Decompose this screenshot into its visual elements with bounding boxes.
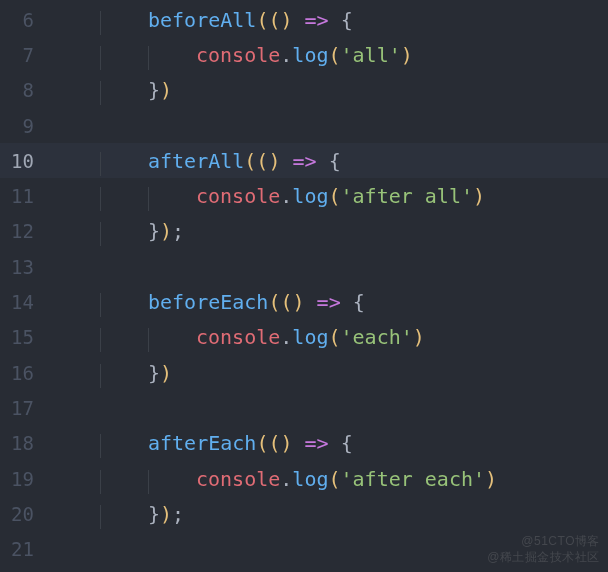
code-content: beforeAll(() => { [60, 8, 353, 32]
indent-guide [100, 152, 101, 176]
token-default [293, 431, 305, 455]
token-obj: console [196, 325, 280, 349]
code-content: }); [60, 219, 184, 243]
code-line[interactable]: 11console.log('after all') [0, 178, 608, 213]
line-number: 14 [0, 291, 60, 313]
token-br: { [341, 431, 353, 455]
token-pn: ) [413, 325, 425, 349]
token-str: 'after all' [341, 184, 473, 208]
code-content: afterAll(() => { [60, 149, 341, 173]
line-number: 11 [0, 185, 60, 207]
line-number: 10 [0, 150, 60, 172]
token-kw: => [305, 8, 329, 32]
token-default [293, 8, 305, 32]
token-dot: . [280, 325, 292, 349]
token-sc: ; [172, 502, 184, 526]
indent-guide [100, 328, 101, 352]
token-dot: . [280, 467, 292, 491]
code-line[interactable]: 17 [0, 390, 608, 425]
code-line[interactable]: 18afterEach(() => { [0, 426, 608, 461]
token-kw: => [305, 431, 329, 455]
token-pn: (() [256, 431, 292, 455]
indent-guide [100, 11, 101, 35]
code-line[interactable]: 12}); [0, 214, 608, 249]
code-line[interactable]: 10afterAll(() => { [0, 143, 608, 178]
token-default [305, 290, 317, 314]
token-default [317, 149, 329, 173]
token-str: 'each' [341, 325, 413, 349]
code-line[interactable]: 7console.log('all') [0, 37, 608, 72]
token-pn: ) [401, 43, 413, 67]
line-number: 9 [0, 115, 60, 137]
code-line[interactable]: 21 [0, 531, 608, 566]
token-obj: console [196, 467, 280, 491]
line-number: 18 [0, 432, 60, 454]
token-sc: ; [172, 219, 184, 243]
token-br: } [148, 78, 160, 102]
token-fn: beforeEach [148, 290, 268, 314]
line-number: 19 [0, 468, 60, 490]
line-number: 6 [0, 9, 60, 31]
code-line[interactable]: 15console.log('each') [0, 320, 608, 355]
token-pn: ) [160, 502, 172, 526]
code-content: }) [60, 78, 172, 102]
code-line[interactable]: 6beforeAll(() => { [0, 2, 608, 37]
token-fn: beforeAll [148, 8, 256, 32]
code-content: console.log('each') [60, 325, 425, 349]
token-met: log [292, 325, 328, 349]
code-line[interactable]: 19console.log('after each') [0, 461, 608, 496]
token-met: log [292, 184, 328, 208]
indent-guide [148, 46, 149, 70]
code-editor[interactable]: 6beforeAll(() => {7console.log('all')8})… [0, 0, 608, 572]
token-pn: (() [256, 8, 292, 32]
indent-guide [100, 222, 101, 246]
token-default [329, 8, 341, 32]
line-number: 15 [0, 326, 60, 348]
line-number: 17 [0, 397, 60, 419]
token-pn: ( [328, 467, 340, 491]
indent-guide [100, 505, 101, 529]
token-pn: (() [244, 149, 280, 173]
code-content: console.log('all') [60, 43, 413, 67]
token-met: log [292, 467, 328, 491]
token-obj: console [196, 184, 280, 208]
token-br: { [353, 290, 365, 314]
token-str: 'after each' [341, 467, 486, 491]
indent-guide [100, 434, 101, 458]
token-obj: console [196, 43, 280, 67]
code-content: afterEach(() => { [60, 431, 353, 455]
token-met: log [292, 43, 328, 67]
token-br: } [148, 502, 160, 526]
token-default [329, 431, 341, 455]
code-line[interactable]: 14beforeEach(() => { [0, 284, 608, 319]
token-pn: ) [160, 219, 172, 243]
token-default [280, 149, 292, 173]
token-br: } [148, 219, 160, 243]
indent-guide [100, 293, 101, 317]
token-pn: ) [473, 184, 485, 208]
code-line[interactable]: 9 [0, 108, 608, 143]
code-line[interactable]: 8}) [0, 73, 608, 108]
code-line[interactable]: 13 [0, 249, 608, 284]
token-br: { [341, 8, 353, 32]
line-number: 21 [0, 538, 60, 560]
token-br: { [329, 149, 341, 173]
line-number: 20 [0, 503, 60, 525]
token-pn: ( [328, 184, 340, 208]
token-dot: . [280, 184, 292, 208]
code-content: }); [60, 502, 184, 526]
code-content: console.log('after all') [60, 184, 485, 208]
line-number: 12 [0, 220, 60, 242]
code-content: beforeEach(() => { [60, 290, 365, 314]
token-br: } [148, 361, 160, 385]
indent-guide [148, 187, 149, 211]
token-kw: => [317, 290, 341, 314]
code-line[interactable]: 20}); [0, 496, 608, 531]
code-content: console.log('after each') [60, 467, 497, 491]
indent-guide [148, 470, 149, 494]
indent-guide [100, 81, 101, 105]
code-line[interactable]: 16}) [0, 355, 608, 390]
line-number: 7 [0, 44, 60, 66]
indent-guide [100, 46, 101, 70]
token-pn: ) [160, 361, 172, 385]
